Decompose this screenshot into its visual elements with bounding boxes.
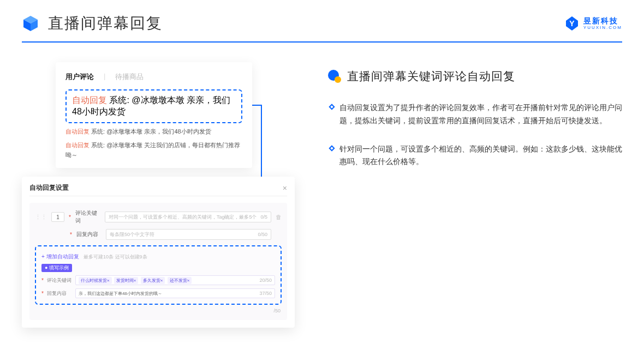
svg-point-5: [335, 76, 341, 83]
content-label: 回复内容: [76, 231, 102, 238]
comment-line: 自动回复 系统: @冰墩墩本墩 亲亲，我们48小时内发货: [65, 126, 242, 137]
example-badge: ● 填写示例: [41, 264, 72, 272]
diamond-icon: [329, 145, 335, 151]
brand-texts: 昱新科技 YUUXIN.COM: [583, 17, 622, 30]
required-dot: *: [69, 214, 71, 220]
tag-chips: 什么时候发货× 发货时间× 多久发货× 还不发货×: [79, 277, 193, 284]
content: 用户评论 | 待播商品 自动回复 系统: @冰墩墩本墩 亲亲，我们48小时内发货…: [0, 43, 644, 335]
comment-line: 自动回复 系统: @冰墩墩本墩 关注我们的店铺，每日都有热门推荐呦～: [65, 140, 242, 160]
required-dot: *: [41, 277, 44, 283]
ex-content-label: 回复内容: [47, 290, 72, 297]
cube-icon: [22, 15, 39, 32]
content-input[interactable]: 每条限50个中文字符 0/50: [106, 229, 271, 240]
ex-keyword-count: 20/50: [259, 277, 272, 283]
settings-body: ⋮⋮ 1 * 评论关键词 对同一个问题，可设置多个相近、高频的关键词，Tag确定…: [29, 203, 287, 320]
close-icon[interactable]: ×: [283, 184, 287, 192]
ex-content-count: 37/50: [259, 291, 272, 296]
bullet-item: 自动回复设置为了提升作者的评论回复效率，作者可在开播前针对常见的评论用户问题，提…: [330, 101, 622, 128]
settings-title-row: 自动回复设置 ×: [29, 183, 287, 196]
required-dot: *: [70, 232, 72, 238]
content-placeholder: 每条限50个中文字符: [110, 231, 154, 238]
header-left: 直播间弹幕回复: [22, 13, 163, 34]
keyword-placeholder: 对同一个问题，可设置多个相近、高频的关键词，Tag确定，最多5个: [109, 214, 257, 221]
drag-handle-icon[interactable]: ⋮⋮: [35, 214, 47, 221]
page-title: 直播间弹幕回复: [48, 13, 163, 34]
bullet-item: 针对同一个问题，可设置多个相近的、高频的关键词。例如：这款多少钱、这块能优惠吗、…: [330, 143, 622, 169]
tabs: 用户评论 | 待播商品: [65, 72, 242, 82]
comments-card: 用户评论 | 待播商品 自动回复 系统: @冰墩墩本墩 亲亲，我们48小时内发货…: [56, 62, 252, 168]
section-heading: 直播间弹幕关键词评论自动回复: [347, 69, 515, 84]
ex-keyword-label: 评论关键词: [47, 277, 72, 284]
section-heading-row: 直播间弹幕关键词评论自动回复: [327, 69, 622, 84]
required-dot: *: [41, 291, 44, 297]
example-box: + 增加自动回复 最多可建10条 还可以创建9条 ● 填写示例 * 评论关键词 …: [35, 245, 282, 305]
bullet-list: 自动回复设置为了提升作者的评论回复效率，作者可在开播前针对常见的评论用户问题，提…: [327, 101, 622, 168]
trash-icon[interactable]: 🗑: [276, 214, 282, 220]
settings-card: 自动回复设置 × ⋮⋮ 1 * 评论关键词 对同一个问题，可设置多个相近、高频的…: [22, 177, 295, 328]
tag-chip[interactable]: 还不发货×: [168, 277, 192, 284]
auto-reply-tag: 自动回复: [72, 95, 107, 105]
svg-text:Y: Y: [569, 19, 575, 28]
bubble-icon: [327, 69, 342, 83]
bullet-text: 针对同一个问题，可设置多个相近的、高频的关键词。例如：这款多少钱、这块能优惠吗、…: [339, 143, 622, 169]
keyword-input[interactable]: 对同一个问题，可设置多个相近、高频的关键词，Tag确定，最多5个 0/5: [105, 212, 271, 222]
tag-chip[interactable]: 发货时间×: [114, 277, 139, 284]
ex-keyword-input[interactable]: 什么时候发货× 发货时间× 多久发货× 还不发货× 20/50: [75, 275, 275, 285]
form-row-keyword: ⋮⋮ 1 * 评论关键词 对同一个问题，可设置多个相近、高频的关键词，Tag确定…: [35, 209, 282, 225]
add-row: + 增加自动回复 最多可建10条 还可以创建9条: [41, 251, 275, 261]
ex-content-value: 亲，我们这边都是下单48小时内发货的哦～: [79, 291, 162, 297]
example-keyword-row: * 评论关键词 什么时候发货× 发货时间× 多久发货× 还不发货× 20/50: [41, 275, 275, 285]
tab-user-comments[interactable]: 用户评论: [65, 72, 94, 82]
index-box: 1: [51, 212, 64, 222]
comment-text: 系统: @冰墩墩本墩 关注我们的店铺，每日都有热门推荐呦～: [65, 142, 240, 159]
brand: Y 昱新科技 YUUXIN.COM: [564, 15, 622, 32]
bullet-text: 自动回复设置为了提升作者的评论回复效率，作者可在开播前针对常见的评论用户问题，提…: [339, 101, 622, 128]
page-header: 直播间弹幕回复 Y 昱新科技 YUUXIN.COM: [0, 0, 644, 34]
bottom-count: /50: [35, 308, 282, 313]
comment-highlighted: 自动回复 系统: @冰墩墩本墩 亲亲，我们48小时内发货: [65, 89, 242, 123]
keyword-label: 评论关键词: [75, 209, 100, 225]
add-auto-reply-link[interactable]: + 增加自动回复: [41, 254, 79, 260]
content-count: 0/50: [258, 232, 267, 237]
auto-reply-tag: 自动回复: [65, 142, 90, 148]
tag-chip[interactable]: 什么时候发货×: [79, 277, 112, 284]
auto-reply-tag: 自动回复: [65, 128, 90, 135]
comment-text: 系统: @冰墩墩本墩 亲亲，我们48小时内发货: [91, 128, 211, 135]
keyword-count: 0/5: [260, 214, 267, 220]
example-content-row: * 回复内容 亲，我们这边都是下单48小时内发货的哦～ 37/50: [41, 288, 275, 298]
tab-products[interactable]: 待播商品: [115, 72, 144, 82]
tab-divider: |: [104, 72, 105, 82]
left-column: 用户评论 | 待播商品 自动回复 系统: @冰墩墩本墩 亲亲，我们48小时内发货…: [22, 62, 295, 324]
brand-logo-icon: Y: [564, 15, 580, 32]
add-note: 最多可建10条 还可以创建9条: [84, 254, 147, 260]
diamond-icon: [329, 104, 335, 110]
brand-name-en: YUUXIN.COM: [583, 26, 622, 30]
right-column: 直播间弹幕关键词评论自动回复 自动回复设置为了提升作者的评论回复效率，作者可在开…: [327, 62, 622, 324]
settings-title: 自动回复设置: [29, 183, 69, 192]
tag-chip[interactable]: 多久发货×: [141, 277, 165, 284]
ex-content-input[interactable]: 亲，我们这边都是下单48小时内发货的哦～ 37/50: [75, 288, 275, 298]
form-row-content: * 回复内容 每条限50个中文字符 0/50: [35, 229, 282, 240]
brand-name-cn: 昱新科技: [583, 17, 622, 25]
